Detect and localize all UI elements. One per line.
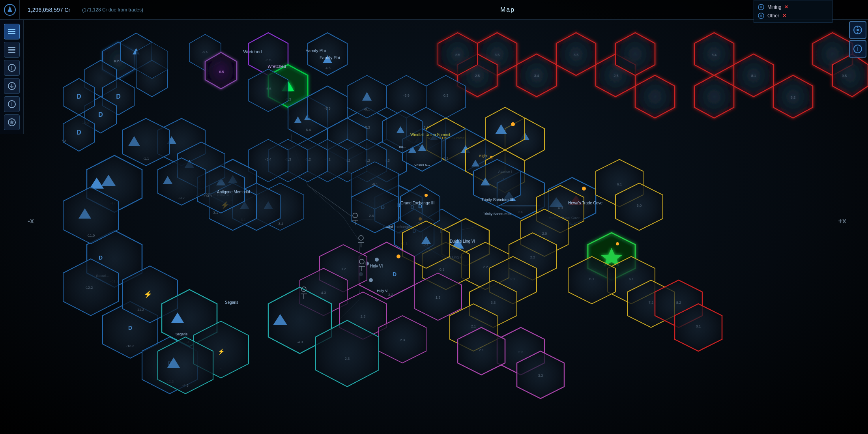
svg-text:D: D — [393, 271, 397, 277]
toolbar-alert-btn[interactable]: ! — [4, 60, 20, 76]
svg-text:1.3: 1.3 — [436, 296, 441, 299]
svg-text:2.5: 2.5 — [455, 53, 460, 57]
zoom-left-label: -x — [28, 217, 34, 225]
trades-info: (171,128 Cr due from trades) — [78, 7, 147, 13]
hex-far-right-green[interactable]: 6.2 6.1 7.2 6.1 8.2 8.1 — [568, 233, 722, 351]
svg-text:-12.2: -12.2 — [85, 286, 93, 290]
svg-text:!: ! — [11, 65, 13, 71]
svg-text:Wretched: Wretched — [268, 64, 286, 69]
svg-text:-11.2: -11.2 — [136, 308, 144, 312]
svg-text:8.1: 8.1 — [751, 74, 756, 78]
svg-text:Kn...: Kn... — [399, 145, 406, 149]
toolbar-star-btn[interactable] — [4, 114, 20, 130]
svg-text:-2.5: -2.5 — [612, 74, 619, 78]
svg-point-221 — [369, 278, 373, 282]
svg-text:3.5: 3.5 — [574, 53, 579, 57]
svg-text:3.2: 3.2 — [388, 293, 393, 297]
legend-other-x: ✕ — [782, 13, 786, 19]
svg-text:Choice U...: Choice U... — [414, 163, 430, 166]
svg-text:-9.1: -9.1 — [364, 107, 370, 111]
svg-text:3.4: 3.4 — [534, 74, 539, 78]
svg-text:Segaris: Segaris — [176, 332, 188, 336]
svg-text:-3.4: -3.4 — [277, 222, 283, 226]
top-bar: 1,296,058,597 Cr (171,128 Cr due from tr… — [0, 0, 868, 20]
svg-text:-3.9: -3.9 — [403, 94, 410, 97]
svg-text:8.2: 8.2 — [676, 301, 681, 305]
svg-point-198 — [582, 187, 586, 191]
toolbar-info-btn[interactable]: i — [4, 96, 20, 112]
hex-topright-red[interactable]: 3.5 3.4 2.5 2.5 3.5 -2.5 8.4 8.1 8.2 9.5 — [438, 33, 868, 118]
svg-rect-8 — [8, 33, 15, 34]
svg-text:-7.3: -7.3 — [324, 107, 331, 110]
svg-text:0.3: 0.3 — [443, 94, 449, 97]
svg-text:2.3: 2.3 — [345, 357, 350, 361]
hex-mid-left-arrows[interactable]: -12.1 -11.0 — [63, 155, 142, 244]
svg-text:-4.1: -4.1 — [206, 194, 212, 198]
toolbar-list-btn[interactable] — [4, 42, 20, 58]
svg-text:7.2: 7.2 — [649, 301, 654, 305]
svg-text:⚡: ⚡ — [218, 348, 225, 355]
svg-text:...: ... — [219, 366, 223, 370]
svg-text:-9.5: -9.5 — [202, 50, 208, 54]
svg-text:i: i — [857, 46, 859, 52]
svg-text:2.0: 2.0 — [518, 210, 524, 214]
svg-text:0.2: 0.2 — [443, 157, 449, 161]
svg-text:Windfall Union Summit: Windfall Union Summit — [410, 133, 450, 137]
svg-text:2.1: 2.1 — [479, 348, 484, 352]
svg-text:D: D — [98, 111, 103, 118]
legend-panel: Mining ✕ Other ✕ — [754, 0, 832, 23]
svg-point-225 — [397, 254, 400, 258]
svg-text:2.3: 2.3 — [361, 314, 366, 318]
toolbar-download-btn[interactable] — [4, 78, 20, 94]
svg-point-187 — [425, 194, 428, 197]
svg-rect-7 — [8, 31, 15, 32]
svg-text:3.5: 3.5 — [495, 53, 500, 57]
svg-text:Family Phi: Family Phi — [305, 48, 326, 53]
svg-text:Hewa's Trade Cove: Hewa's Trade Cove — [568, 201, 602, 205]
svg-text:Wretched: Wretched — [243, 49, 262, 54]
legend-mining-icon — [758, 4, 764, 10]
svg-point-3 — [760, 6, 762, 8]
svg-text:4.0: 4.0 — [558, 206, 563, 210]
svg-text:6.0: 6.0 — [637, 204, 642, 208]
legend-mining-x: ✕ — [784, 4, 788, 10]
hex-far-right-purple[interactable]: 2.2 3.3 2.1 — [458, 327, 564, 398]
svg-marker-18 — [9, 120, 14, 124]
svg-text:2.1: 2.1 — [471, 324, 476, 328]
svg-text:Eight: Eight — [479, 154, 488, 158]
svg-text:Trinity Sanctum III: Trinity Sanctum III — [481, 198, 513, 202]
zoom-right-label: +x — [838, 217, 846, 225]
svg-text:2.2: 2.2 — [518, 350, 524, 354]
svg-text:-3.4: -3.4 — [265, 157, 271, 161]
svg-text:Holy VI: Holy VI — [377, 289, 388, 293]
svg-text:-6.4: -6.4 — [305, 128, 311, 132]
svg-text:D: D — [116, 93, 121, 100]
svg-text:D: D — [77, 93, 81, 100]
svg-text:-7.3: -7.3 — [60, 139, 66, 143]
toolbar-map-btn[interactable] — [4, 24, 20, 39]
hex-wretched-area[interactable]: -9.5 -6.5 — [189, 34, 237, 89]
svg-point-5 — [760, 15, 762, 17]
svg-text:2.3: 2.3 — [400, 338, 405, 342]
svg-text:6.1: 6.1 — [589, 277, 595, 281]
svg-rect-9 — [8, 47, 15, 48]
svg-rect-10 — [8, 49, 15, 51]
svg-text:-4.3: -4.3 — [297, 340, 303, 344]
credits-display: 1,296,058,597 Cr — [20, 7, 78, 13]
svg-text:-4.3: -4.3 — [182, 383, 189, 387]
side-toolbar: ! i — [0, 20, 24, 134]
svg-marker-94 — [694, 75, 734, 118]
svg-text:Holy VI: Holy VI — [370, 264, 383, 268]
legend-other-icon — [758, 13, 764, 19]
hex-map[interactable]: Kin... D -13.4 D -12.4 D D -7.3 -9. — [24, 20, 868, 434]
svg-text:2.2: 2.2 — [530, 255, 535, 259]
svg-text:9.5: 9.5 — [842, 74, 847, 78]
logo — [0, 0, 20, 20]
legend-other-label: Other — [767, 13, 779, 19]
svg-text:i: i — [11, 101, 12, 107]
info-corner-btn[interactable]: i — [849, 40, 866, 58]
svg-text:2.2: 2.2 — [483, 265, 488, 269]
svg-text:D: D — [128, 325, 132, 331]
locate-btn[interactable] — [849, 21, 866, 39]
svg-point-301 — [359, 236, 363, 240]
